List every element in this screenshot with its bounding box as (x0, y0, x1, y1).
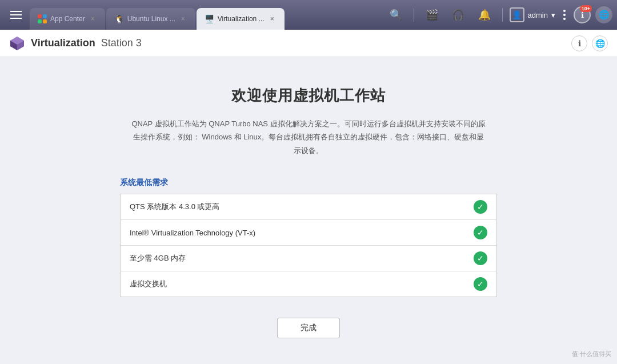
requirement-check-0: ✓ (464, 194, 497, 220)
requirement-label-2: 至少需 4GB 内存 (121, 246, 465, 271)
info-badge-button[interactable]: ℹ 10+ (574, 6, 591, 23)
app-window-actions: ℹ 🌐 (571, 35, 608, 51)
requirements-section: 系统最低需求 QTS 系统版本 4.3.0 或更高 ✓ Intel® Virtu… (120, 178, 497, 297)
hamburger-menu[interactable] (5, 7, 27, 22)
bell-icon: 🔔 (478, 9, 491, 21)
requirement-row-2: 至少需 4GB 内存 ✓ (121, 246, 497, 271)
app-title-light: Station 3 (101, 37, 142, 49)
username-label: admin (528, 11, 548, 19)
browser-actions: 🔍 🎬 🎧 🔔 👤 admin ▾ ℹ 10+ (385, 6, 612, 23)
search-icon: 🔍 (390, 9, 402, 21)
tab-appcenter[interactable]: App Center × (30, 8, 105, 30)
check-icon: ✓ (474, 251, 487, 265)
tab-virtualization[interactable]: 🖥️ Virtualization ... × (197, 8, 285, 30)
headset-icon: 🎧 (452, 9, 464, 21)
ubuntu-icon: 🐧 (114, 14, 124, 23)
app-title: VirtualizationStation 3 (9, 35, 142, 51)
bell-button[interactable]: 🔔 (474, 6, 495, 23)
tabs-area: App Center × 🐧 Ubuntu Linux ... × 🖥️ Vir… (30, 0, 376, 30)
appcenter-icon (38, 14, 47, 23)
tab-appcenter-label: App Center (50, 15, 85, 23)
requirement-check-2: ✓ (464, 246, 497, 271)
app-logo-icon (9, 35, 25, 51)
divider-1 (414, 8, 414, 22)
check-icon: ✓ (474, 277, 487, 291)
virtualization-tab-icon: 🖥️ (205, 14, 214, 23)
tab-virtualization-label: Virtualization ... (218, 15, 265, 23)
requirements-title: 系统最低需求 (120, 178, 497, 188)
user-area[interactable]: 👤 admin ▾ (510, 7, 555, 22)
app-info-button[interactable]: ℹ (571, 35, 587, 51)
tab-ubuntu-close[interactable]: × (179, 14, 187, 24)
tab-ubuntu-label: Ubuntu Linux ... (127, 15, 175, 23)
welcome-description: QNAP 虚拟机工作站为 QNAP Turbo NAS 虚拟化解决方案之一。可同… (131, 117, 486, 157)
welcome-title: 欢迎使用虚拟机工作站 (231, 86, 386, 106)
requirement-label-1: Intel® Virtualization Technology (VT-x) (121, 220, 465, 246)
app-window-bar: VirtualizationStation 3 ℹ 🌐 (0, 30, 617, 57)
globe-button[interactable]: 🌐 (595, 6, 612, 23)
done-button-area: 完成 (277, 318, 340, 338)
browser-bar: App Center × 🐧 Ubuntu Linux ... × 🖥️ Vir… (0, 0, 617, 30)
film-icon: 🎬 (426, 9, 438, 21)
watermark: 值·什么值得买 (572, 350, 611, 358)
divider-2 (502, 8, 503, 22)
requirement-row-3: 虚拟交换机 ✓ (121, 271, 497, 297)
requirement-label-3: 虚拟交换机 (121, 271, 465, 297)
main-content: 欢迎使用虚拟机工作站 QNAP 虚拟机工作站为 QNAP Turbo NAS 虚… (0, 57, 617, 364)
tab-virtualization-close[interactable]: × (268, 14, 277, 24)
done-button[interactable]: 完成 (277, 318, 340, 338)
check-icon: ✓ (474, 200, 487, 214)
tab-appcenter-close[interactable]: × (89, 14, 97, 24)
tab-ubuntu[interactable]: 🐧 Ubuntu Linux ... × (106, 8, 195, 30)
globe-icon: 🌐 (599, 10, 610, 20)
requirements-table: QTS 系统版本 4.3.0 或更高 ✓ Intel® Virtualizati… (120, 194, 497, 297)
app-globe-icon: 🌐 (595, 39, 605, 48)
app-globe-button[interactable]: 🌐 (592, 35, 608, 51)
user-icon: 👤 (512, 10, 522, 19)
film-button[interactable]: 🎬 (421, 6, 443, 23)
badge-count: 10+ (580, 5, 592, 12)
app-title-bold: Virtualization (31, 37, 95, 49)
check-icon: ✓ (474, 226, 487, 239)
requirement-label-0: QTS 系统版本 4.3.0 或更高 (121, 194, 465, 220)
search-button[interactable]: 🔍 (385, 6, 407, 23)
settings-dots-button[interactable] (560, 7, 569, 22)
app-info-icon: ℹ (578, 39, 581, 48)
requirement-row-1: Intel® Virtualization Technology (VT-x) … (121, 220, 497, 246)
dropdown-arrow: ▾ (551, 11, 555, 19)
user-avatar: 👤 (510, 7, 524, 22)
requirement-check-1: ✓ (464, 220, 497, 246)
headset-button[interactable]: 🎧 (447, 6, 469, 23)
requirement-check-3: ✓ (464, 271, 497, 297)
requirement-row-0: QTS 系统版本 4.3.0 或更高 ✓ (121, 194, 497, 220)
